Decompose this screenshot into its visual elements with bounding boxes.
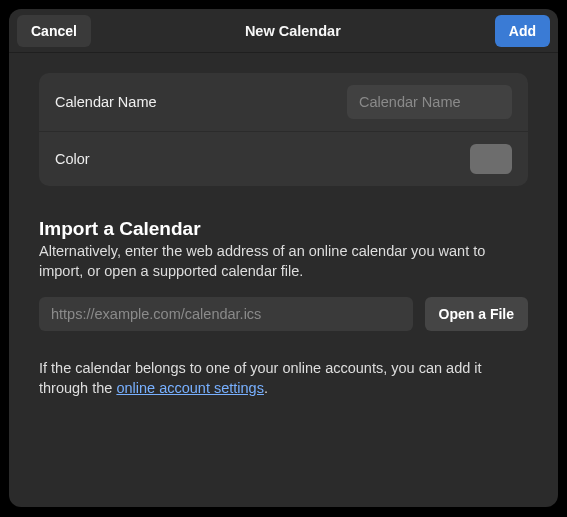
import-url-input[interactable] (39, 297, 413, 331)
import-subtext: Alternatively, enter the web address of … (39, 242, 528, 281)
cancel-button[interactable]: Cancel (17, 15, 91, 47)
color-swatch-button[interactable] (470, 144, 512, 174)
online-accounts-note: If the calendar belongs to one of your o… (39, 359, 528, 398)
dialog-title: New Calendar (245, 23, 341, 39)
calendar-name-input[interactable] (347, 85, 512, 119)
open-file-button[interactable]: Open a File (425, 297, 528, 331)
note-text-after: . (264, 380, 268, 396)
dialog-body: Calendar Name Color Import a Calendar Al… (9, 53, 558, 507)
calendar-properties-group: Calendar Name Color (39, 73, 528, 186)
online-account-settings-link[interactable]: online account settings (116, 380, 264, 396)
calendar-name-row: Calendar Name (39, 73, 528, 131)
import-row: Open a File (39, 297, 528, 331)
color-label: Color (55, 151, 90, 167)
new-calendar-dialog: Cancel New Calendar Add Calendar Name Co… (9, 9, 558, 507)
import-heading: Import a Calendar (39, 218, 528, 240)
calendar-name-label: Calendar Name (55, 94, 157, 110)
dialog-header: Cancel New Calendar Add (9, 9, 558, 53)
color-row: Color (39, 131, 528, 186)
add-button[interactable]: Add (495, 15, 550, 47)
